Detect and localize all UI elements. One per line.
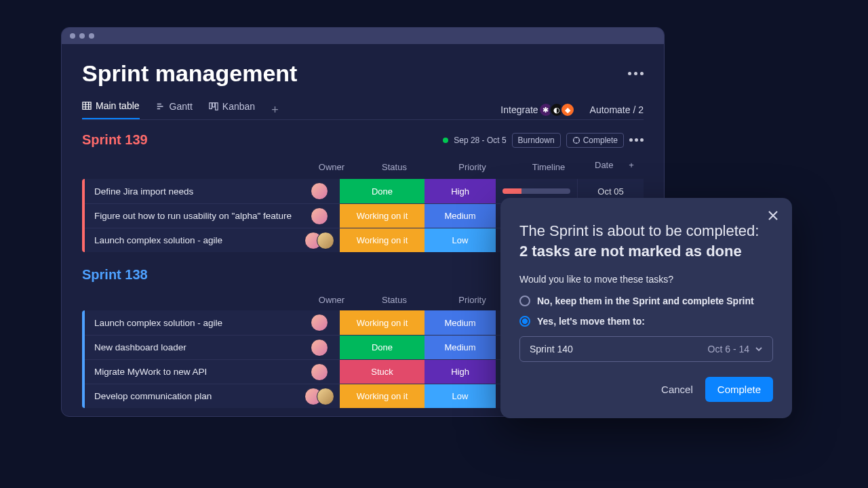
tab-label: Kanban [222, 101, 255, 112]
avatar [311, 363, 328, 381]
automate-button[interactable]: Automate / 2 [586, 104, 644, 115]
priority-cell[interactable]: Low [425, 228, 496, 252]
complete-sprint-dialog: The Sprint is about to be completed: 2 t… [500, 198, 792, 418]
page-title: Sprint management [82, 60, 297, 87]
more-menu[interactable] [628, 72, 644, 75]
svg-rect-0 [83, 102, 91, 110]
owner-cell[interactable] [299, 363, 340, 381]
col-timeline: Timeline [508, 162, 589, 172]
priority-cell[interactable]: Medium [425, 204, 496, 228]
owner-cell[interactable] [299, 182, 340, 200]
priority-cell[interactable]: High [425, 179, 496, 203]
status-dot-icon [443, 138, 448, 143]
priority-cell[interactable]: Medium [425, 310, 496, 335]
dialog-title-line2: 2 tasks are not marked as done [519, 243, 773, 260]
col-priority: Priority [437, 162, 508, 172]
col-owner: Owner [311, 162, 352, 172]
status-cell[interactable]: Done [340, 179, 425, 203]
option-label: Yes, let's move them to: [537, 316, 645, 327]
col-priority: Priority [437, 295, 508, 305]
dialog-title-line1: The Sprint is about to be completed: [519, 222, 773, 240]
owner-cell[interactable] [299, 232, 340, 249]
svg-rect-3 [215, 103, 218, 110]
task-name: Define Jira import needs [85, 186, 299, 197]
avatar [317, 232, 334, 249]
status-cell[interactable]: Working on it [340, 204, 425, 228]
gantt-icon [156, 102, 165, 111]
status-cell[interactable]: Stuck [340, 360, 425, 384]
task-name: Develop communication plan [85, 391, 299, 401]
sprint-title-138[interactable]: Sprint 138 [82, 267, 148, 283]
complete-icon [572, 136, 580, 144]
option-label: No, keep them in the Sprint and complete… [537, 296, 754, 306]
priority-cell[interactable]: High [425, 360, 496, 384]
owner-cell[interactable] [299, 207, 340, 225]
owner-cell[interactable] [299, 339, 340, 357]
tab-gantt[interactable]: Gantt [156, 101, 193, 119]
add-column-button[interactable]: + [625, 160, 638, 174]
timeline-cell[interactable] [496, 188, 577, 194]
sprint-more-menu[interactable] [629, 138, 644, 142]
col-owner: Owner [311, 295, 352, 305]
select-value: Sprint 140 [530, 344, 573, 354]
task-name: Migrate MyWork to new API [85, 367, 299, 377]
task-name: Launch complex solution - agile [85, 318, 299, 328]
select-range: Oct 6 - 14 [708, 344, 749, 354]
window-dot[interactable] [89, 33, 94, 39]
add-view-button[interactable]: + [271, 103, 279, 117]
titlebar [62, 28, 664, 44]
task-name: Figure out how to run usability on "alph… [85, 211, 299, 221]
dialog-question: Would you like to move these tasks? [519, 274, 773, 285]
integration-stack: ✱ ◐ ◆ [542, 102, 575, 117]
tab-main-table[interactable]: Main table [82, 100, 140, 119]
task-name: Launch complex solution - agile [85, 235, 299, 245]
automate-label: Automate / 2 [590, 104, 644, 115]
avatar [317, 388, 334, 405]
status-cell[interactable]: Done [340, 336, 425, 359]
table-icon [82, 101, 92, 110]
window-dot[interactable] [79, 33, 85, 39]
cancel-button[interactable]: Cancel [661, 384, 693, 395]
option-move-tasks[interactable]: Yes, let's move them to: [519, 316, 773, 327]
status-cell[interactable]: Working on it [340, 384, 425, 408]
burndown-button[interactable]: Burndown [512, 133, 561, 148]
integrate-button[interactable]: Integrate ✱ ◐ ◆ [496, 102, 574, 117]
col-status: Status [352, 162, 437, 172]
complete-button[interactable]: Complete [705, 377, 773, 402]
tab-label: Gantt [170, 101, 193, 112]
avatar [311, 339, 328, 357]
owner-cell[interactable] [299, 314, 340, 331]
col-date: Date [595, 160, 613, 174]
priority-cell[interactable]: Medium [425, 336, 496, 359]
sprint-date-range: Sep 28 - Oct 5 [454, 136, 506, 145]
option-keep-tasks[interactable]: No, keep them in the Sprint and complete… [519, 296, 773, 306]
window-dot[interactable] [70, 33, 75, 39]
column-headers: Owner Status Priority Timeline Date+ [82, 156, 644, 179]
priority-cell[interactable]: Low [425, 384, 496, 408]
status-cell[interactable]: Working on it [340, 228, 425, 252]
status-cell[interactable]: Working on it [340, 310, 425, 335]
move-target-select[interactable]: Sprint 140 Oct 6 - 14 [519, 336, 773, 362]
chevron-down-icon [755, 345, 763, 353]
close-icon[interactable] [766, 209, 780, 222]
gitlab-icon: ◆ [560, 102, 575, 117]
tab-label: Main table [96, 100, 140, 111]
avatar [311, 314, 328, 331]
svg-rect-1 [210, 103, 212, 109]
avatar [311, 182, 328, 200]
integrate-label: Integrate [500, 104, 538, 115]
col-status: Status [352, 295, 437, 305]
tab-kanban[interactable]: Kanban [209, 101, 255, 119]
radio-unchecked-icon [519, 296, 530, 306]
kanban-icon [209, 102, 218, 111]
sprint-title-139[interactable]: Sprint 139 [82, 132, 148, 148]
complete-sprint-button[interactable]: Complete [566, 133, 624, 148]
owner-cell[interactable] [299, 388, 340, 405]
avatar [311, 207, 328, 225]
svg-rect-2 [212, 103, 215, 107]
task-name: New dashboard loader [85, 342, 299, 352]
radio-checked-icon [519, 316, 530, 327]
